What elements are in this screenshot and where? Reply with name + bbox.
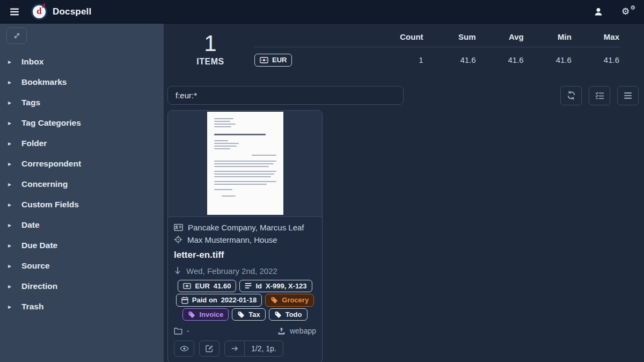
stats-row-eur: EUR 1 41.6 41.6 41.6 41.6: [253, 47, 620, 71]
tag-label: Grocery: [282, 296, 309, 305]
stat-sum-value: 41.6: [425, 47, 477, 71]
currency-badge[interactable]: EUR: [254, 54, 292, 67]
stats-panel: 1 ITEMS Count Sum Avg Min Max: [167, 30, 639, 71]
tag-icon: [188, 311, 195, 318]
correspondent-value: Pancake Company, Marcus Leaf: [188, 223, 304, 232]
stats-col-currency: [253, 30, 356, 47]
items-count: 1: [167, 31, 253, 56]
sidebar-item-source[interactable]: ▸Source: [0, 256, 164, 276]
caret-right-icon: ▸: [8, 78, 13, 86]
sidebar-item-label: Tag Categories: [21, 118, 81, 128]
paid-label: Paid on: [192, 296, 217, 305]
view-menu-button[interactable]: [617, 86, 639, 105]
top-navbar: d Docspell ⚙⚙: [0, 0, 644, 24]
id-label: Id: [255, 282, 262, 291]
folder-source-line: - webapp: [168, 327, 322, 335]
sidebar-item-label: Source: [21, 261, 50, 271]
tag-icon: [270, 296, 278, 304]
sidebar-item-inbox[interactable]: ▸Inbox: [0, 52, 164, 72]
app-brand[interactable]: d Docspell: [31, 4, 91, 20]
sidebar-item-tags[interactable]: ▸Tags: [0, 92, 164, 113]
tag-badge-tax[interactable]: Tax: [232, 308, 265, 321]
currency-badge-label: EUR: [272, 56, 287, 64]
money-bill-icon: [183, 283, 191, 289]
money-bill-icon: [260, 56, 268, 64]
navbar-right: ⚙⚙: [591, 4, 636, 19]
sidebar-item-folder[interactable]: ▸Folder: [0, 133, 164, 154]
sidebar-item-direction[interactable]: ▸Direction: [0, 276, 164, 296]
caret-right-icon: ▸: [8, 180, 13, 188]
app-root: d Docspell ⚙⚙: [0, 0, 644, 362]
concerning-value: Max Mustermann, House: [187, 235, 277, 244]
correspondent-line: Pancake Company, Marcus Leaf: [168, 223, 322, 232]
sidebar-item-custom-fields[interactable]: ▸Custom Fields: [0, 194, 164, 215]
tag-icon: [274, 311, 282, 318]
tag-badge-invoice[interactable]: Invoice: [182, 308, 229, 321]
sidebar-item-label: Inbox: [21, 57, 43, 67]
calendar-icon: [181, 296, 188, 304]
sidebar-item-bookmarks[interactable]: ▸Bookmarks: [0, 72, 164, 92]
search-input[interactable]: [167, 86, 404, 105]
item-title: letter-en.tiff: [174, 250, 316, 260]
checklist-icon: [595, 91, 604, 100]
document-preview[interactable]: [168, 111, 322, 217]
sidebar-item-correspondent[interactable]: ▸Correspondent: [0, 154, 164, 174]
edit-button[interactable]: [199, 341, 219, 357]
sidebar-item-label: Trash: [21, 302, 43, 312]
tag-label: Tax: [248, 310, 260, 319]
folder-value: -: [187, 327, 189, 335]
stats-col-min: Min: [525, 30, 573, 47]
user-icon: [594, 7, 603, 17]
paid-date-value: 2022-01-18: [221, 296, 257, 305]
due-date-badge: Paid on 2022-01-18: [176, 294, 262, 307]
amount-value: 41.60: [214, 282, 231, 291]
sidebar-item-label: Date: [21, 220, 40, 230]
concerning-line: Max Mustermann, House: [168, 235, 322, 244]
menu-toggle-button[interactable]: [5, 3, 24, 21]
caret-right-icon: ▸: [8, 119, 13, 127]
expand-icon: [13, 32, 21, 40]
sidebar-item-label: Concerning: [21, 179, 68, 189]
sidebar-item-tag-categories[interactable]: ▸Tag Categories: [0, 113, 164, 133]
stats-col-count: Count: [356, 30, 425, 47]
select-mode-button[interactable]: [589, 86, 610, 105]
arrow-right-icon: [231, 345, 239, 352]
search-results: Pancake Company, Marcus Leaf Max Musterm…: [167, 110, 639, 362]
caret-right-icon: ▸: [8, 303, 13, 310]
source-info: webapp: [277, 327, 316, 335]
sidebar-item-label: Custom Fields: [21, 200, 79, 209]
sidebar-item-due-date[interactable]: ▸Due Date: [0, 235, 164, 256]
item-card[interactable]: Pancake Company, Marcus Leaf Max Musterm…: [167, 110, 323, 362]
sidebar-item-label: Bookmarks: [21, 77, 67, 87]
hamburger-icon: [10, 8, 19, 16]
gears-icon: ⚙⚙: [621, 6, 634, 17]
caret-right-icon: ▸: [8, 242, 13, 249]
settings-menu-button[interactable]: ⚙⚙: [619, 4, 636, 19]
open-detail-button[interactable]: [225, 341, 245, 356]
caret-right-icon: ▸: [8, 160, 13, 168]
tag-badge-todo[interactable]: Todo: [269, 308, 308, 321]
user-menu-button[interactable]: [591, 5, 605, 19]
sidebar-item-concerning[interactable]: ▸Concerning: [0, 174, 164, 194]
refresh-button[interactable]: [560, 86, 582, 105]
tag-badge-grocery[interactable]: Grocery: [265, 294, 314, 307]
caret-right-icon: ▸: [8, 58, 13, 66]
folder-icon: [174, 327, 182, 335]
main-layout: ▸Inbox ▸Bookmarks ▸Tags ▸Tag Categories …: [0, 24, 644, 362]
sidebar-item-trash[interactable]: ▸Trash: [0, 296, 164, 317]
expand-sidebar-button[interactable]: [6, 27, 27, 44]
preview-button[interactable]: [174, 341, 194, 357]
list-lines-icon: [245, 283, 252, 289]
stats-col-avg: Avg: [477, 30, 525, 47]
sidebar-item-label: Tags: [21, 98, 40, 107]
currency-stats-table: Count Sum Avg Min Max: [253, 30, 620, 71]
items-count-label: ITEMS: [167, 57, 253, 67]
sidebar-item-date[interactable]: ▸Date: [0, 215, 164, 235]
address-card-icon: [174, 223, 183, 231]
document-thumbnail: [207, 112, 283, 215]
stats-col-max: Max: [573, 30, 620, 47]
tag-icon: [237, 311, 245, 318]
app-title: Docspell: [53, 6, 91, 17]
sidebar-item-label: Due Date: [21, 241, 57, 250]
menu-bars-icon: [624, 92, 632, 99]
